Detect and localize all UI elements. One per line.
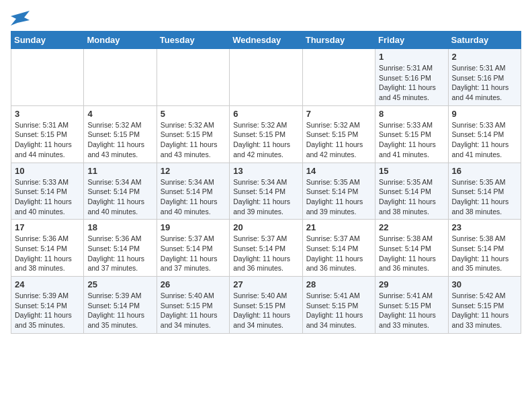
- day-info: Sunrise: 5:35 AM Sunset: 5:14 PM Dayligh…: [452, 177, 517, 217]
- calendar-cell: 30Sunrise: 5:42 AM Sunset: 5:15 PM Dayli…: [448, 277, 521, 334]
- day-info: Sunrise: 5:32 AM Sunset: 5:15 PM Dayligh…: [161, 120, 226, 160]
- day-number: 3: [15, 109, 80, 119]
- day-info: Sunrise: 5:37 AM Sunset: 5:14 PM Dayligh…: [306, 234, 371, 273]
- day-info: Sunrise: 5:34 AM Sunset: 5:14 PM Dayligh…: [87, 177, 152, 217]
- calendar-cell: 28Sunrise: 5:41 AM Sunset: 5:15 PM Dayli…: [302, 277, 375, 334]
- day-info: Sunrise: 5:33 AM Sunset: 5:15 PM Dayligh…: [379, 120, 444, 160]
- day-number: 27: [233, 279, 298, 289]
- calendar-cell: 24Sunrise: 5:39 AM Sunset: 5:14 PM Dayli…: [11, 277, 84, 334]
- svg-marker-0: [11, 11, 30, 26]
- day-number: 22: [379, 222, 444, 232]
- day-info: Sunrise: 5:38 AM Sunset: 5:14 PM Dayligh…: [379, 234, 444, 273]
- calendar-table: SundayMondayTuesdayWednesdayThursdayFrid…: [11, 31, 521, 334]
- weekday-header-wednesday: Wednesday: [230, 32, 302, 49]
- day-number: 28: [306, 279, 371, 289]
- calendar-cell: 26Sunrise: 5:40 AM Sunset: 5:15 PM Dayli…: [157, 277, 229, 334]
- day-info: Sunrise: 5:31 AM Sunset: 5:16 PM Dayligh…: [452, 63, 517, 103]
- calendar-cell: 27Sunrise: 5:40 AM Sunset: 5:15 PM Dayli…: [230, 277, 302, 334]
- weekday-header-tuesday: Tuesday: [157, 32, 229, 49]
- day-number: 24: [15, 279, 80, 289]
- day-number: 1: [379, 52, 444, 62]
- calendar-cell: 8Sunrise: 5:33 AM Sunset: 5:15 PM Daylig…: [375, 105, 448, 163]
- day-number: 13: [233, 166, 298, 176]
- calendar-cell: 9Sunrise: 5:33 AM Sunset: 5:14 PM Daylig…: [448, 105, 521, 163]
- calendar-cell: 1Sunrise: 5:31 AM Sunset: 5:16 PM Daylig…: [375, 49, 448, 106]
- calendar-cell: 25Sunrise: 5:39 AM Sunset: 5:14 PM Dayli…: [84, 277, 157, 334]
- day-number: 21: [306, 222, 371, 232]
- day-number: 16: [452, 166, 517, 176]
- day-info: Sunrise: 5:31 AM Sunset: 5:15 PM Dayligh…: [15, 120, 80, 160]
- calendar-cell: [157, 49, 229, 106]
- day-number: 6: [233, 109, 298, 119]
- day-info: Sunrise: 5:35 AM Sunset: 5:14 PM Dayligh…: [306, 177, 371, 217]
- day-info: Sunrise: 5:38 AM Sunset: 5:14 PM Dayligh…: [452, 234, 517, 273]
- day-number: 11: [87, 166, 152, 176]
- calendar-cell: 17Sunrise: 5:36 AM Sunset: 5:14 PM Dayli…: [11, 220, 84, 277]
- calendar-cell: 14Sunrise: 5:35 AM Sunset: 5:14 PM Dayli…: [302, 163, 375, 220]
- logo: [11, 11, 32, 26]
- calendar-cell: 11Sunrise: 5:34 AM Sunset: 5:14 PM Dayli…: [84, 163, 157, 220]
- day-info: Sunrise: 5:33 AM Sunset: 5:14 PM Dayligh…: [15, 177, 80, 217]
- day-number: 17: [15, 222, 80, 232]
- day-number: 4: [87, 109, 152, 119]
- page-header: [11, 11, 521, 26]
- day-info: Sunrise: 5:33 AM Sunset: 5:14 PM Dayligh…: [452, 120, 517, 160]
- day-number: 9: [452, 109, 517, 119]
- calendar-cell: 22Sunrise: 5:38 AM Sunset: 5:14 PM Dayli…: [375, 220, 448, 277]
- day-number: 30: [452, 279, 517, 289]
- day-info: Sunrise: 5:37 AM Sunset: 5:14 PM Dayligh…: [233, 234, 298, 273]
- day-number: 2: [452, 52, 517, 62]
- day-number: 26: [161, 279, 226, 289]
- day-number: 14: [306, 166, 371, 176]
- calendar-cell: 19Sunrise: 5:37 AM Sunset: 5:14 PM Dayli…: [157, 220, 229, 277]
- day-info: Sunrise: 5:36 AM Sunset: 5:14 PM Dayligh…: [15, 234, 80, 273]
- calendar-cell: [230, 49, 302, 106]
- day-number: 29: [379, 279, 444, 289]
- day-number: 18: [87, 222, 152, 232]
- day-info: Sunrise: 5:39 AM Sunset: 5:14 PM Dayligh…: [87, 291, 152, 330]
- calendar-cell: 6Sunrise: 5:32 AM Sunset: 5:15 PM Daylig…: [230, 105, 302, 163]
- weekday-header-friday: Friday: [375, 32, 448, 49]
- weekday-header-saturday: Saturday: [448, 32, 521, 49]
- calendar-cell: 29Sunrise: 5:41 AM Sunset: 5:15 PM Dayli…: [375, 277, 448, 334]
- day-info: Sunrise: 5:35 AM Sunset: 5:14 PM Dayligh…: [379, 177, 444, 217]
- calendar-cell: 12Sunrise: 5:34 AM Sunset: 5:14 PM Dayli…: [157, 163, 229, 220]
- day-info: Sunrise: 5:37 AM Sunset: 5:14 PM Dayligh…: [161, 234, 226, 273]
- calendar-cell: 15Sunrise: 5:35 AM Sunset: 5:14 PM Dayli…: [375, 163, 448, 220]
- day-number: 7: [306, 109, 371, 119]
- day-number: 23: [452, 222, 517, 232]
- calendar-cell: [11, 49, 84, 106]
- day-info: Sunrise: 5:36 AM Sunset: 5:14 PM Dayligh…: [87, 234, 152, 273]
- day-info: Sunrise: 5:31 AM Sunset: 5:16 PM Dayligh…: [379, 63, 444, 103]
- day-number: 15: [379, 166, 444, 176]
- weekday-header-sunday: Sunday: [11, 32, 84, 49]
- day-number: 8: [379, 109, 444, 119]
- calendar-cell: 2Sunrise: 5:31 AM Sunset: 5:16 PM Daylig…: [448, 49, 521, 106]
- calendar-cell: 3Sunrise: 5:31 AM Sunset: 5:15 PM Daylig…: [11, 105, 84, 163]
- calendar-cell: 23Sunrise: 5:38 AM Sunset: 5:14 PM Dayli…: [448, 220, 521, 277]
- day-info: Sunrise: 5:41 AM Sunset: 5:15 PM Dayligh…: [379, 291, 444, 330]
- day-info: Sunrise: 5:42 AM Sunset: 5:15 PM Dayligh…: [452, 291, 517, 330]
- calendar-cell: 10Sunrise: 5:33 AM Sunset: 5:14 PM Dayli…: [11, 163, 84, 220]
- day-number: 5: [161, 109, 226, 119]
- calendar-cell: 5Sunrise: 5:32 AM Sunset: 5:15 PM Daylig…: [157, 105, 229, 163]
- day-info: Sunrise: 5:34 AM Sunset: 5:14 PM Dayligh…: [233, 177, 298, 217]
- day-info: Sunrise: 5:34 AM Sunset: 5:14 PM Dayligh…: [161, 177, 226, 217]
- day-info: Sunrise: 5:32 AM Sunset: 5:15 PM Dayligh…: [87, 120, 152, 160]
- calendar-cell: 4Sunrise: 5:32 AM Sunset: 5:15 PM Daylig…: [84, 105, 157, 163]
- calendar-cell: 21Sunrise: 5:37 AM Sunset: 5:14 PM Dayli…: [302, 220, 375, 277]
- day-number: 10: [15, 166, 80, 176]
- calendar-cell: 16Sunrise: 5:35 AM Sunset: 5:14 PM Dayli…: [448, 163, 521, 220]
- day-info: Sunrise: 5:40 AM Sunset: 5:15 PM Dayligh…: [233, 291, 298, 330]
- logo-bird-icon: [11, 11, 30, 26]
- calendar-cell: [302, 49, 375, 106]
- day-number: 25: [87, 279, 152, 289]
- weekday-header-monday: Monday: [84, 32, 157, 49]
- calendar-cell: 13Sunrise: 5:34 AM Sunset: 5:14 PM Dayli…: [230, 163, 302, 220]
- day-info: Sunrise: 5:32 AM Sunset: 5:15 PM Dayligh…: [306, 120, 371, 160]
- calendar-cell: 18Sunrise: 5:36 AM Sunset: 5:14 PM Dayli…: [84, 220, 157, 277]
- day-number: 19: [161, 222, 226, 232]
- day-number: 20: [233, 222, 298, 232]
- calendar-cell: [84, 49, 157, 106]
- weekday-header-thursday: Thursday: [302, 32, 375, 49]
